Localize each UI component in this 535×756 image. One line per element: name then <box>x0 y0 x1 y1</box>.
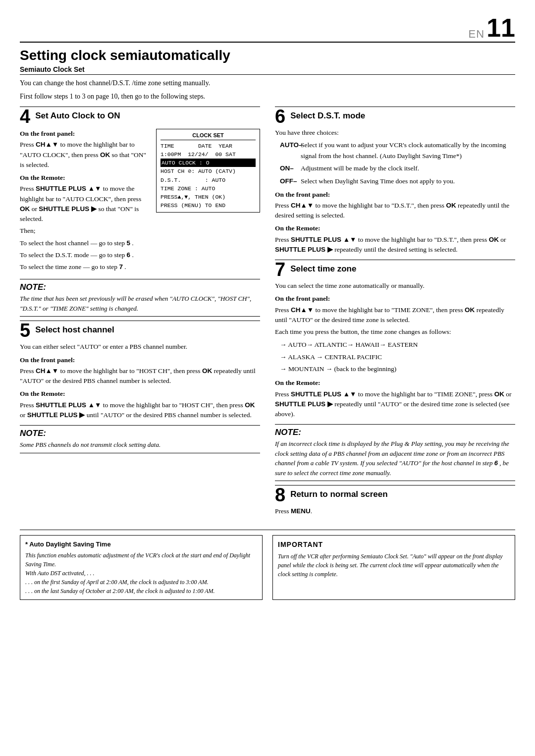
step-5-desc: You can either select "AUTO" or enter a … <box>20 342 260 352</box>
page-title: Setting clock semiautomatically <box>20 48 515 63</box>
step-7-remote-text: Press SHUTTLE PLUS ▲▼ to move the highli… <box>275 389 515 420</box>
auto-dst-line-1: This function enables automatic adjustme… <box>25 551 257 569</box>
note-2-text: Some PBS channels do not transmit clock … <box>20 440 260 450</box>
important-text: Turn off the VCR after performing Semiau… <box>278 552 510 579</box>
step-5-title: Select host channel <box>35 323 114 335</box>
auto-dst-line-3: . . . on the first Sunday of April at 2:… <box>25 578 257 587</box>
step-8-title: Return to normal screen <box>290 487 388 499</box>
footnote-section: * Auto Daylight Saving Time This functio… <box>20 530 515 600</box>
clock-set-title: CLOCK SET <box>160 131 256 140</box>
note-3: NOTE: If an incorrect clock time is disp… <box>275 424 515 481</box>
dst-on: ON– Adjustment will be made by the clock… <box>280 163 515 174</box>
section-subtitle: Semiauto Clock Set <box>20 65 515 75</box>
step-7-title: Select time zone <box>290 262 356 274</box>
dst-off-text: Select when Daylight Saving Time does no… <box>301 176 455 187</box>
dst-auto-text: Select if you want to adjust your VCR's … <box>301 140 515 161</box>
step-4-header: 4 Set Auto Clock to ON <box>20 107 260 126</box>
step-4-remote-then: Then; <box>20 226 260 236</box>
step-5-front-panel-label: On the front panel: <box>20 355 260 365</box>
intro-text-1: You can change the host channel/D.S.T. /… <box>20 78 515 88</box>
step-8-body: Press MENU. <box>275 506 515 516</box>
step-8: 8 Return to normal screen Press MENU. <box>275 485 515 516</box>
clock-set-diagram: CLOCK SET TIME DATE YEAR 1:00PM 12/24/ 0… <box>156 129 260 213</box>
step-5-header: 5 Select host channel <box>20 321 260 340</box>
step-4-remote-text-5: To select the time zone — go to step 7 . <box>20 262 260 272</box>
step-6-body: You have three choices: AUTO– Select if … <box>275 128 515 255</box>
en-label: EN <box>469 28 485 41</box>
step-7-front-panel-label: On the front panel: <box>275 294 515 304</box>
step-4-remote-text-3: To select the host channel — go to step … <box>20 238 260 248</box>
clock-row-5: D.S.T. : AUTO <box>160 176 256 184</box>
step-6-remote-label: On the Remote: <box>275 223 515 233</box>
step-8-desc: Press MENU. <box>275 506 515 516</box>
page-number: 11 <box>486 15 515 41</box>
step-6-front-panel-label: On the front panel: <box>275 190 515 200</box>
clock-row-6: TIME ZONE : AUTO <box>160 184 256 193</box>
auto-dst-line-4: . . . on the last Sunday of October at 2… <box>25 587 257 595</box>
step-5-remote-text: Press SHUTTLE PLUS ▲▼ to move the highli… <box>20 400 260 421</box>
note-2: NOTE: Some PBS channels do not transmit … <box>20 425 260 453</box>
dst-auto: AUTO– Select if you want to adjust your … <box>280 140 515 161</box>
step-7-number: 7 <box>275 260 285 279</box>
note-2-title: NOTE: <box>20 429 260 438</box>
clock-row-4: HOST CH ⊘: AUTO (CATV) <box>160 167 256 175</box>
dst-off-key: OFF– <box>280 176 298 187</box>
page-header: EN 11 <box>20 15 515 43</box>
tz-arrows: → AUTO→ ATLANTIC→ HAWAII→ EASTERN → ALAS… <box>280 339 515 375</box>
important-title: IMPORTANT <box>278 540 510 550</box>
clock-row-2: 1:00PM 12/24/ 00 SAT <box>160 150 256 159</box>
step-7-desc: You can select the time zone automatical… <box>275 281 515 291</box>
clock-row-7: PRESS▲,▼, THEN (OK) <box>160 193 256 201</box>
step-8-number: 8 <box>275 486 285 504</box>
dst-choices: AUTO– Select if you want to adjust your … <box>280 140 515 186</box>
important-box: IMPORTANT Turn off the VCR after perform… <box>272 535 515 600</box>
note-1-text: The time that has been set previously wi… <box>20 294 260 313</box>
step-5-body: You can either select "AUTO" or enter a … <box>20 342 260 420</box>
step-7-front-panel-text-1: Press CH▲▼ to move the highlight bar to … <box>275 305 515 325</box>
step-6-front-panel-text: Press CH▲▼ to move the highlight bar to … <box>275 201 515 221</box>
step-6-desc: You have three choices: <box>275 128 515 138</box>
right-column: 6 Select D.S.T. mode You have three choi… <box>275 107 515 522</box>
step-5-number: 5 <box>20 321 30 340</box>
step-5-front-panel-text: Press CH▲▼ to move the highlight bar to … <box>20 366 260 386</box>
step-6-header: 6 Select D.S.T. mode <box>275 107 515 126</box>
clock-row-8: PRESS (MENU) TO END <box>160 201 256 210</box>
clock-row-1: TIME DATE YEAR <box>160 142 256 150</box>
note-3-title: NOTE: <box>275 428 515 437</box>
step-6-number: 6 <box>275 107 285 126</box>
step-8-header: 8 Return to normal screen <box>275 485 515 504</box>
step-7-remote-label: On the Remote: <box>275 378 515 388</box>
tz-row-1: → AUTO→ ATLANTIC→ HAWAII→ EASTERN <box>280 339 515 351</box>
step-7-front-panel-text-2: Each time you press the button, the time… <box>275 327 515 337</box>
step-4-remote-text-4: To select the D.S.T. mode — go to step 6… <box>20 250 260 260</box>
note-1: NOTE: The time that has been set previou… <box>20 279 260 317</box>
tz-row-3: → MOUNTAIN → (back to the beginning) <box>280 363 515 375</box>
tz-row-2: → ALASKA → CENTRAL PACIFIC <box>280 351 515 363</box>
note-3-text: If an incorrect clock time is displayed … <box>275 439 515 478</box>
step-5: 5 Select host channel You can either sel… <box>20 321 260 420</box>
auto-dst-line-2: With Auto DST activated, . . . <box>25 569 257 578</box>
step-4-title: Set Auto Clock to ON <box>35 109 120 121</box>
step-4-number: 4 <box>20 107 30 126</box>
left-column: 4 Set Auto Clock to ON CLOCK SET TIME DA… <box>20 107 260 522</box>
step-6-title: Select D.S.T. mode <box>290 109 365 121</box>
auto-dst-title: * Auto Daylight Saving Time <box>25 540 257 549</box>
note-1-title: NOTE: <box>20 282 260 292</box>
step-4-body: CLOCK SET TIME DATE YEAR 1:00PM 12/24/ 0… <box>20 129 260 274</box>
dst-on-key: ON– <box>280 163 298 174</box>
step-4: 4 Set Auto Clock to ON CLOCK SET TIME DA… <box>20 107 260 274</box>
step-6-remote-text: Press SHUTTLE PLUS ▲▼ to move the highli… <box>275 235 515 255</box>
dst-on-text: Adjustment will be made by the clock its… <box>301 163 419 174</box>
auto-dst-box: * Auto Daylight Saving Time This functio… <box>20 535 263 600</box>
dst-off: OFF– Select when Daylight Saving Time do… <box>280 176 515 187</box>
step-5-remote-label: On the Remote: <box>20 389 260 399</box>
step-6: 6 Select D.S.T. mode You have three choi… <box>275 107 515 255</box>
clock-row-3-highlighted: AUTO CLOCK : O <box>160 159 256 167</box>
intro-text-2: First follow steps 1 to 3 on page 10, th… <box>20 91 515 102</box>
dst-auto-key: AUTO– <box>280 140 298 161</box>
step-7: 7 Select time zone You can select the ti… <box>275 260 515 419</box>
step-7-header: 7 Select time zone <box>275 260 515 279</box>
step-7-body: You can select the time zone automatical… <box>275 281 515 419</box>
